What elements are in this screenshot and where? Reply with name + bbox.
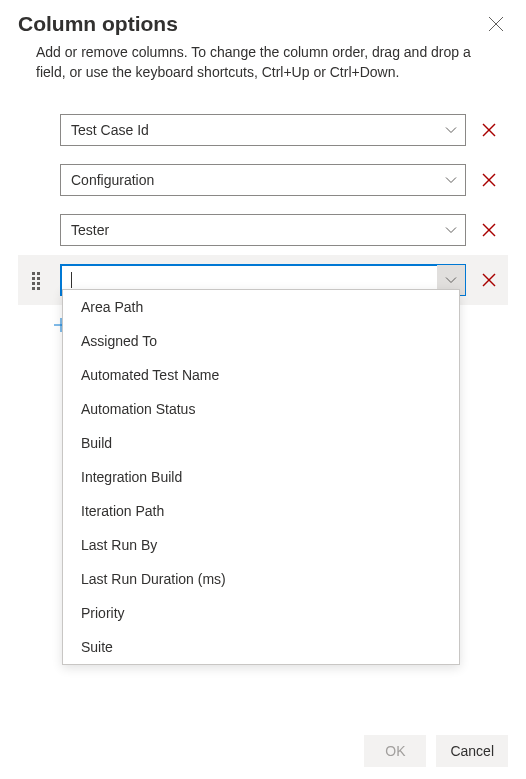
text-cursor <box>71 272 72 288</box>
dropdown-item[interactable]: Area Path <box>63 290 459 324</box>
dropdown-item[interactable]: Last Run By <box>63 528 459 562</box>
remove-column-button[interactable] <box>478 169 500 191</box>
dialog-title: Column options <box>18 12 178 36</box>
dropdown-item[interactable]: Iteration Path <box>63 494 459 528</box>
drag-slot <box>24 272 50 288</box>
column-combobox[interactable]: Test Case Id <box>60 114 466 146</box>
dialog-subtitle: Add or remove columns. To change the col… <box>36 42 508 83</box>
remove-icon <box>481 272 497 288</box>
close-icon <box>488 16 504 32</box>
column-row[interactable]: Configuration <box>18 155 508 205</box>
column-combobox-value: Tester <box>61 222 437 238</box>
dialog-footer: OK Cancel <box>364 735 508 767</box>
dropdown-item[interactable]: Automation Status <box>63 392 459 426</box>
chevron-down-icon <box>445 274 457 286</box>
remove-column-button[interactable] <box>478 269 500 291</box>
close-button[interactable] <box>484 12 508 36</box>
remove-icon <box>481 222 497 238</box>
column-row[interactable]: Test Case Id <box>18 105 508 155</box>
column-combobox-value: Configuration <box>61 172 437 188</box>
remove-column-button[interactable] <box>478 119 500 141</box>
dropdown-item[interactable]: Integration Build <box>63 460 459 494</box>
dropdown-item[interactable]: Assigned To <box>63 324 459 358</box>
chevron-down-icon <box>445 124 457 136</box>
remove-icon <box>481 172 497 188</box>
dropdown-item[interactable]: Build <box>63 426 459 460</box>
remove-icon <box>481 122 497 138</box>
dropdown-item[interactable]: Suite <box>63 630 459 664</box>
column-combobox-value: Test Case Id <box>61 122 437 138</box>
column-combobox[interactable]: Configuration <box>60 164 466 196</box>
column-options-dialog: Column options Add or remove columns. To… <box>0 0 526 779</box>
cancel-button[interactable]: Cancel <box>436 735 508 767</box>
dropdown-item[interactable]: Priority <box>63 596 459 630</box>
chevron-down-icon <box>445 224 457 236</box>
dropdown-item[interactable]: Last Run Duration (ms) <box>63 562 459 596</box>
remove-column-button[interactable] <box>478 219 500 241</box>
chevron-down-icon <box>445 174 457 186</box>
ok-button[interactable]: OK <box>364 735 426 767</box>
combobox-caret-button[interactable] <box>437 165 465 195</box>
column-row[interactable]: Tester <box>18 205 508 255</box>
combobox-caret-button[interactable] <box>437 115 465 145</box>
combobox-caret-button[interactable] <box>437 215 465 245</box>
column-combobox[interactable]: Tester <box>60 214 466 246</box>
drag-handle[interactable] <box>32 272 42 288</box>
column-dropdown-list[interactable]: Area Path Assigned To Automated Test Nam… <box>62 289 460 665</box>
dialog-header: Column options <box>18 12 508 36</box>
dropdown-item[interactable]: Automated Test Name <box>63 358 459 392</box>
